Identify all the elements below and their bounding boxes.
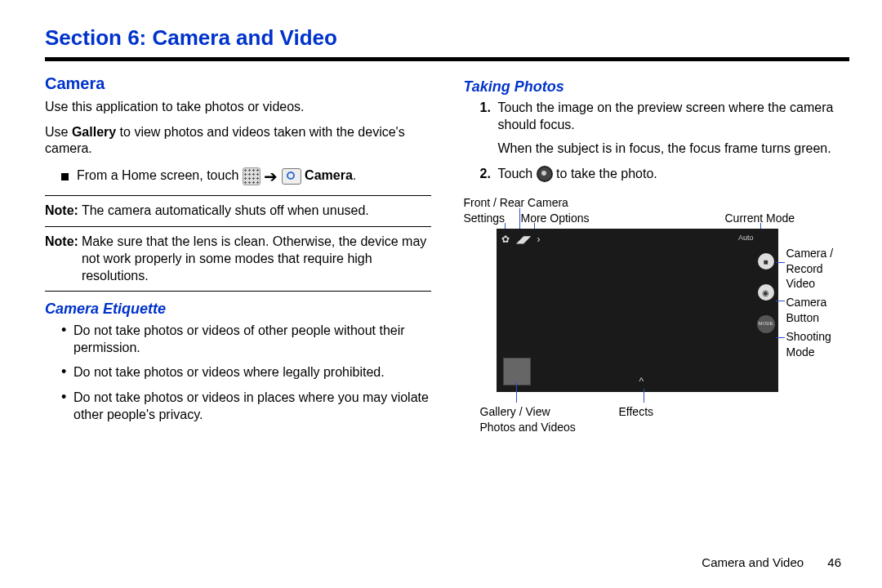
rule [45, 226, 431, 227]
camera-ui-diagram: Settings Front / Rear Camera More Option… [464, 190, 840, 435]
step-number: 2. [480, 166, 491, 183]
label-front-rear: Front / Rear Camera [464, 195, 568, 210]
list-item: Do not take photos or videos in places w… [61, 390, 431, 424]
rule [45, 291, 431, 292]
list-item: Do not take photos or videos of other pe… [61, 323, 431, 357]
footer-section-name: Camera and Video [702, 555, 804, 569]
launch-step-text: From a Home screen, touch ➔ Camera. [77, 166, 356, 187]
label-record-video: Camera / Record Video [786, 246, 844, 291]
camera-intro-1: Use this application to take photos or v… [45, 99, 431, 116]
gallery-bold: Gallery [72, 125, 116, 139]
camera-app-icon [282, 168, 301, 185]
list-item: Do not take photos or videos where legal… [61, 364, 431, 381]
label-more-options: More Options [521, 211, 590, 225]
text: to take the photo. [556, 167, 657, 180]
heading-etiquette: Camera Etiquette [45, 300, 431, 318]
heading-taking-photos: Taking Photos [464, 78, 850, 96]
leader-line [776, 301, 785, 301]
switch-camera-icon: ◢◤ [516, 234, 531, 247]
page-footer: Camera and Video 46 [702, 555, 841, 571]
note-text: The camera automatically shuts off when … [82, 203, 369, 220]
label-settings: Settings [464, 211, 506, 225]
text: Use [45, 125, 72, 139]
chevron-right-icon: › [537, 234, 541, 247]
gear-icon: ✿ [501, 234, 510, 247]
camera-bold: Camera [305, 168, 353, 182]
note-1: Note: The camera automatically shuts off… [45, 203, 431, 220]
right-column: Taking Photos 1. Touch the image on the … [464, 69, 850, 436]
label-gallery-view: Gallery / View Photos and Videos [480, 404, 586, 434]
step-1: 1. Touch the image on the preview screen… [480, 100, 850, 157]
shutter-button-icon [537, 166, 553, 182]
camera-shutter-icon: ◉ [758, 284, 774, 301]
text: From a Home screen, touch [77, 168, 243, 182]
section-title: Section 6: Camera and Video [45, 24, 849, 52]
heading-camera: Camera [45, 73, 431, 94]
apps-grid-icon [243, 167, 261, 185]
note-label: Note: [45, 234, 78, 284]
two-column-layout: Camera Use this application to take phot… [45, 69, 849, 436]
text: . [353, 168, 356, 182]
arrow-right-icon: ➔ [264, 167, 278, 185]
camera-right-controls: ■ ◉ MODE [756, 229, 776, 392]
effects-chevron-icon: ^ [639, 376, 644, 389]
label-camera-button: Camera Button [786, 295, 844, 324]
note-label: Note: [45, 203, 78, 220]
record-video-icon: ■ [758, 253, 774, 270]
page-number: 46 [827, 555, 841, 571]
step-2: 2. Touch to take the photo. [480, 166, 850, 183]
square-bullet-icon [61, 173, 69, 180]
step-1-continued: When the subject is in focus, the focus … [498, 140, 850, 158]
camera-intro-2: Use Gallery to view photos and videos ta… [45, 124, 431, 158]
leader-line [776, 337, 785, 338]
gallery-thumb-icon [503, 358, 531, 385]
step-text: Touch the image on the preview screen wh… [498, 100, 834, 131]
etiquette-list: Do not take photos or videos of other pe… [45, 323, 431, 424]
section-rule [45, 57, 849, 61]
leader-line [776, 262, 785, 263]
current-mode-text: Auto [738, 234, 754, 243]
text: Touch [498, 167, 537, 180]
label-shooting-mode: Shooting Mode [786, 329, 844, 359]
leader-line [644, 389, 644, 403]
note-2: Note: Make sure that the lens is clean. … [45, 234, 431, 284]
note-text: Make sure that the lens is clean. Otherw… [82, 234, 431, 284]
step-number: 1. [480, 100, 491, 117]
taking-photos-steps: 1. Touch the image on the preview screen… [464, 100, 850, 182]
camera-top-icons: ✿ ◢◤ › [501, 234, 541, 247]
leader-line [516, 382, 517, 403]
left-column: Camera Use this application to take phot… [45, 69, 431, 436]
label-effects: Effects [619, 404, 654, 419]
camera-preview-screen: ✿ ◢◤ › Auto ■ ◉ MODE ^ [497, 229, 778, 392]
launch-step: From a Home screen, touch ➔ Camera. [45, 166, 431, 187]
mode-button-icon: MODE [757, 315, 775, 333]
rule [45, 195, 431, 196]
